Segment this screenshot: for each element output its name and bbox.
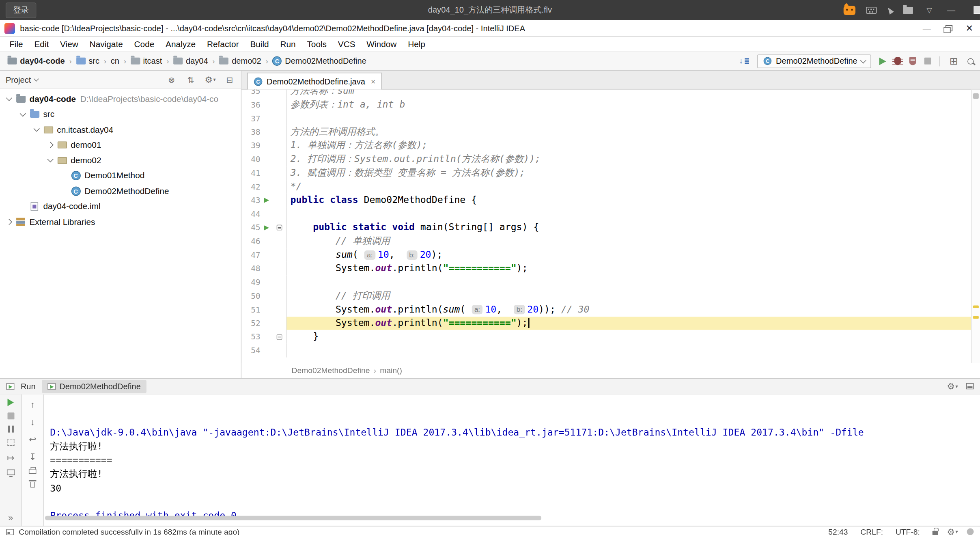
close-icon[interactable] [958, 20, 980, 36]
pause-icon[interactable] [8, 426, 13, 433]
editor-breadcrumb-demo02methoddefine[interactable]: Demo02MethodDefine [292, 366, 370, 375]
code-text[interactable]: 方法名称：sum [286, 90, 971, 98]
gear-icon[interactable] [205, 74, 216, 85]
stopgray-icon[interactable] [7, 412, 14, 419]
tree-item-day04-code-iml[interactable]: day04-code.iml [0, 199, 241, 214]
code-text[interactable]: public class Demo02MethodDefine { [286, 194, 971, 207]
search-icon[interactable] [967, 58, 974, 64]
down-icon[interactable] [27, 416, 38, 427]
menu-item-refactor[interactable]: Refactor [201, 39, 244, 49]
menu-item-navigate[interactable]: Navigate [84, 39, 129, 49]
screenshot-icon[interactable] [7, 439, 14, 446]
minimize-icon[interactable] [916, 20, 937, 36]
minimize-icon[interactable] [946, 4, 957, 16]
exit-icon[interactable] [5, 452, 16, 463]
lock-icon[interactable] [933, 531, 938, 535]
dock-icon[interactable] [224, 74, 235, 85]
mascot-icon[interactable] [844, 5, 855, 15]
chevron-down-icon[interactable] [924, 4, 935, 16]
up-icon[interactable] [27, 399, 38, 410]
code-text[interactable]: // 打印调用 [286, 289, 971, 303]
menu-item-tools[interactable]: Tools [302, 39, 332, 49]
breadcrumb-demo02[interactable]: demo02 [218, 56, 262, 66]
breadcrumb-src[interactable]: src [75, 56, 101, 66]
toolwindow-switcher-icon[interactable] [6, 529, 14, 535]
chevron-collapsed-icon[interactable] [4, 220, 14, 224]
menu-item-edit[interactable]: Edit [29, 39, 55, 49]
chevron-expanded-icon[interactable] [31, 129, 42, 131]
code-text[interactable]: 方法的三种调用格式。 [286, 125, 971, 139]
tree-item-cn-itcast-day04[interactable]: cn.itcast.day04 [0, 122, 241, 138]
debug-icon[interactable] [894, 57, 901, 65]
code-text[interactable]: sum( a:10, b:20); [286, 248, 971, 262]
code-text[interactable] [286, 344, 971, 358]
code-text[interactable] [286, 276, 971, 289]
run-icon[interactable] [879, 57, 886, 65]
breadcrumb-cn[interactable]: cn [110, 56, 121, 66]
coverage-icon[interactable] [909, 57, 916, 65]
run-line-icon[interactable] [264, 225, 269, 230]
menu-item-window[interactable]: Window [361, 39, 402, 49]
menu-item-build[interactable]: Build [245, 39, 275, 49]
menu-item-code[interactable]: Code [129, 39, 160, 49]
code-text[interactable]: 1. 单独调用：方法名称(参数); [286, 139, 971, 153]
code-text[interactable]: */ [286, 180, 971, 194]
tree-item-external-libraries[interactable]: External Libraries [0, 214, 241, 229]
inspection-indicator-icon[interactable] [973, 93, 979, 99]
code-text[interactable]: System.out.println("==========="); [286, 317, 971, 330]
updown-icon[interactable] [739, 56, 749, 66]
menu-item-vcs[interactable]: VCS [332, 39, 361, 49]
stop-icon[interactable] [924, 58, 931, 65]
project-view-selector[interactable]: Project [6, 75, 39, 84]
encoding[interactable]: UTF-8: [896, 527, 920, 535]
close-tab-icon[interactable]: × [371, 77, 376, 86]
chevron-collapsed-icon[interactable] [45, 143, 56, 147]
print-icon[interactable] [29, 469, 37, 474]
folder2-icon[interactable] [903, 6, 913, 13]
code-text[interactable]: } [286, 330, 971, 344]
tree-item-demo01[interactable]: demo01 [0, 137, 241, 153]
code-text[interactable] [286, 207, 971, 221]
scrollend-icon[interactable] [27, 451, 38, 463]
chevron-expanded-icon[interactable] [17, 113, 28, 116]
fold-icon[interactable] [276, 334, 282, 340]
code-text[interactable]: // 单独调用 [286, 235, 971, 248]
gear-icon[interactable] [947, 526, 958, 535]
tree-item-demo01method[interactable]: Demo01Method [0, 168, 241, 183]
editor-breadcrumb-main[interactable]: main() [380, 366, 402, 375]
tree-item-demo02methoddefine[interactable]: Demo02MethodDefine [0, 183, 241, 199]
chevron-expanded-icon[interactable] [45, 159, 56, 162]
menu-item-run[interactable]: Run [275, 39, 302, 49]
login-button[interactable]: 登录 [6, 2, 37, 18]
code-text[interactable]: System.out.println(sum( a:10, b:20)); //… [286, 303, 971, 317]
code-text[interactable]: 3. 赋值调用：数据类型 变量名称 = 方法名称(参数); [286, 166, 971, 180]
run-line-icon[interactable] [264, 198, 269, 203]
code-text[interactable]: 参数列表：int a, int b [286, 98, 971, 112]
more-icon[interactable] [5, 512, 16, 523]
code-text[interactable]: 2. 打印调用：System.out.println(方法名称(参数)); [286, 153, 971, 166]
line-ending[interactable]: CRLF: [860, 527, 883, 535]
window-icon[interactable] [974, 6, 980, 14]
fold-icon[interactable] [276, 225, 282, 231]
pointer-icon[interactable] [886, 6, 894, 14]
gear-icon[interactable] [947, 381, 958, 392]
rerun-icon[interactable] [8, 399, 14, 406]
tree-item-src[interactable]: src [0, 107, 241, 122]
breadcrumb-itcast[interactable]: itcast [129, 56, 164, 66]
menu-item-view[interactable]: View [54, 39, 84, 49]
breadcrumb-day04[interactable]: day04 [172, 56, 209, 66]
editor-scrollbar[interactable] [971, 90, 980, 363]
horizontal-scrollbar[interactable] [45, 516, 541, 520]
circle-icon[interactable] [967, 529, 974, 535]
code-editor[interactable]: 35方法名称：sum36参数列表：int a, int b3738方法的三种调用… [241, 90, 980, 363]
collapse-icon[interactable] [185, 74, 196, 85]
softwrap-icon[interactable] [27, 434, 38, 445]
chevron-expanded-icon[interactable] [4, 98, 14, 100]
menu-item-analyze[interactable]: Analyze [160, 39, 201, 49]
keyboard-icon[interactable] [866, 6, 877, 13]
console-output[interactable]: D:\Java\jdk-9.0.4\bin\java "-javaagent:D… [44, 395, 980, 526]
run-content-tab[interactable]: Demo02MethodDefine [42, 380, 146, 393]
run-configuration-select[interactable]: Demo02MethodDefine [757, 54, 871, 68]
breadcrumb-demo02methoddefine[interactable]: Demo02MethodDefine [271, 56, 368, 66]
menu-item-help[interactable]: Help [402, 39, 431, 49]
